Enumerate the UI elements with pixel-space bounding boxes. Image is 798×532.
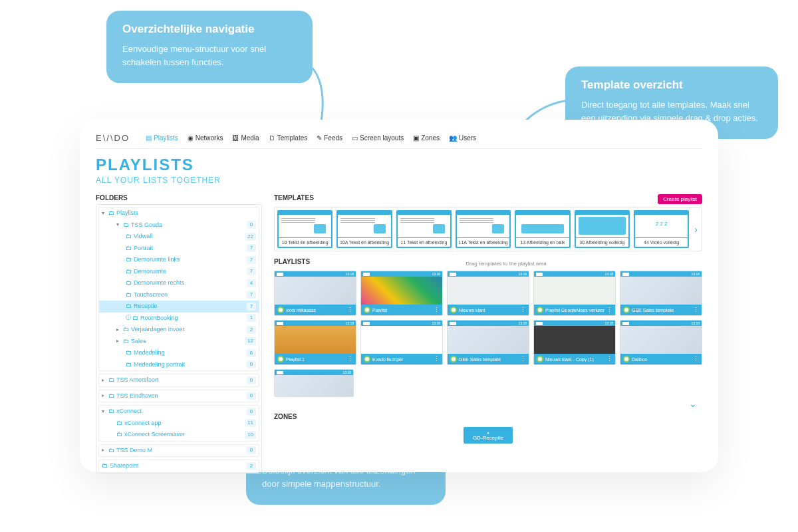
more-icon[interactable]: ⋮ [347,356,353,362]
playlists-grid: 13:18xxxs mikaasss⋮ 13:18Playlist⋮ 13:18… [274,271,702,365]
status-dot-icon [277,356,284,362]
feed-icon: ✎ [317,134,322,142]
more-icon[interactable]: ⋮ [606,307,612,313]
folder-label: TSS Gouda [131,221,162,230]
folder-label: Sharepoint [110,462,139,471]
playlist-card[interactable]: 13:18 [274,369,354,397]
playlist-card[interactable]: 13:18Nieuws klant⋮ [447,271,529,316]
template-card[interactable]: 13 Afbeelding en balk [515,210,570,248]
folder-item[interactable]: ▾🗀TSS Gouda0 [99,219,259,231]
more-icon[interactable]: ⋮ [434,356,440,362]
nav-networks[interactable]: ◉Networks [188,134,223,142]
folder-item[interactable]: ▾🗀xConnect0 [99,406,259,418]
status-dot-icon [623,356,630,362]
create-playlist-button[interactable]: Create playlist [658,194,702,204]
more-icon[interactable]: ⋮ [520,307,526,313]
folder-item[interactable]: 🗀Sharepoint2 [99,460,259,472]
zone-chip[interactable]: ● GD-Receptie [464,427,513,444]
playlist-card[interactable]: 13:18Dalibox⋮ [620,320,702,365]
folder-item[interactable]: 🗀Portrait7 [99,243,259,255]
templates-next[interactable]: › [693,210,699,248]
playlist-label: Nieuws klant - Copy (1) [545,357,604,362]
playlist-card[interactable]: 13:18Nieuws klant - Copy (1)⋮ [533,320,616,365]
template-label: 44 Video volledig [635,238,688,247]
more-icon[interactable]: ⋮ [693,356,699,362]
thumb-time: 13:18 [518,272,527,276]
template-card[interactable]: 10A Tekst en afbeelding [336,210,392,248]
folder-item[interactable]: 🗀Mededeling portrait0 [99,359,259,371]
folder-label: TSS Amersfoort [116,376,159,385]
template-label: 11 Tekst en afbeelding [398,238,450,247]
nav-feeds[interactable]: ✎Feeds [317,134,342,142]
folder-icon: 🗀 [108,407,114,416]
playlist-card[interactable]: 13:18Playlist 1⋮ [274,320,356,365]
template-card[interactable]: 10 Tekst en afbeelding [277,210,332,248]
more-icon[interactable]: ⋮ [434,307,440,313]
folder-icon: 🗀 [126,267,132,277]
folder-label: Vidwall [134,232,152,241]
zones-row: ● GD-Receptie [274,427,702,444]
playlist-card[interactable]: 13:18Playlist GoogleMaps verkeer⋮ [533,271,616,316]
folder-item-selected[interactable]: 🗀Receptie7 [99,301,259,313]
folder-icon: 🗀 [126,348,132,358]
callout-body: Eenvoudige menu-structuur voor snel scha… [122,43,297,68]
playlists-icon: ▤ [146,134,152,142]
folder-item[interactable]: 🗀Demoruimte7 [99,266,259,278]
status-dot-icon [537,307,543,313]
more-icon[interactable]: ⋮ [693,307,699,313]
folder-icon: 🗀 [116,419,122,428]
playlist-card[interactable]: 13:18GEE Sales template⋮ [447,320,529,365]
folder-count: 0 [247,360,256,368]
nav-media[interactable]: 🖼Media [232,134,259,142]
more-icon[interactable]: ⋮ [520,356,526,362]
folder-item[interactable]: 🗀xConnect app11 [99,418,259,430]
folder-count: 0 [247,392,256,400]
file-icon: 🗋 [269,134,275,142]
folders-panel: FOLDERS ▾🗀Playlists ▾🗀TSS Gouda0 🗀Vidwal… [96,194,262,473]
folder-item[interactable]: ▸🗀TSS Demo M0 [99,445,259,457]
more-icon[interactable]: ⋮ [347,307,353,313]
folder-item[interactable]: ▸🗀TSS Amersfoort0 [99,374,259,386]
template-label: 11A Tekst en afbeelding [457,238,509,247]
template-label: 30 Afbeelding volledig [576,238,628,247]
playlist-card[interactable]: 13:18Playlist⋮ [360,271,443,316]
folder-item[interactable]: 🗀Demoruimte rechts4 [99,277,259,289]
playlist-card[interactable]: 13:18xxxs mikaasss⋮ [274,271,356,316]
nav-playlists[interactable]: ▤Playlists [146,134,178,142]
templates-row: 10 Tekst en afbeelding 10A Tekst en afbe… [274,207,702,251]
folder-label: Sales [131,337,146,346]
folder-item[interactable]: ⓘ🗀RoomBooking1 [99,313,259,325]
nav-templates[interactable]: 🗋Templates [269,134,308,142]
folder-count: 2 [247,462,256,470]
folder-label: Playlists [116,209,138,218]
folder-item[interactable]: 🗀Demoruimte links7 [99,254,259,266]
folder-item[interactable]: 🗀Vidwall22 [99,231,259,243]
folder-item[interactable]: ▸🗀Sales12 [99,336,259,348]
template-card[interactable]: 30 Afbeelding volledig [575,210,630,248]
more-icon[interactable]: ⋮ [606,356,612,362]
chevron-right-icon: ▸ [102,392,108,400]
folders-tree: ▾🗀Playlists ▾🗀TSS Gouda0 🗀Vidwall22 🗀Por… [96,204,262,473]
folder-item[interactable]: ▸🗀TSS Eindhoven0 [99,390,259,402]
template-label: 10A Tekst en afbeelding [338,238,390,247]
folder-item[interactable]: 🗀Touchscreen7 [99,289,259,301]
nav-zones[interactable]: ▣Zones [413,134,440,142]
nav-layouts[interactable]: ▭Screen layouts [352,134,404,142]
playlist-card[interactable]: 13:18Evado Bumper⋮ [360,320,443,365]
playlist-card[interactable]: 13:18GEE Sales template⋮ [620,271,702,316]
playlist-label: Playlist [372,308,432,313]
folder-count: 0 [247,446,256,454]
playlist-label: Evado Bumper [372,357,432,362]
folder-label: TSS Eindhoven [116,392,158,401]
nav-users[interactable]: 👥Users [449,134,476,142]
template-card[interactable]: 2 2 244 Video volledig [634,210,689,248]
folder-count: 22 [245,233,256,241]
template-card[interactable]: 11A Tekst en afbeelding [456,210,511,248]
folder-item[interactable]: 🗀Mededeling6 [99,347,259,359]
folder-root[interactable]: ▾🗀Playlists [99,207,259,219]
expand-down[interactable]: ⌄ [274,397,702,410]
folder-item[interactable]: 🗀xConnect Screensaver10 [99,429,259,441]
folder-item[interactable]: ▸🗀Verjaardagen invoer2 [99,324,259,336]
template-card[interactable]: 11 Tekst en afbeelding [396,210,452,248]
playlist-label: Dalibox [632,357,691,362]
